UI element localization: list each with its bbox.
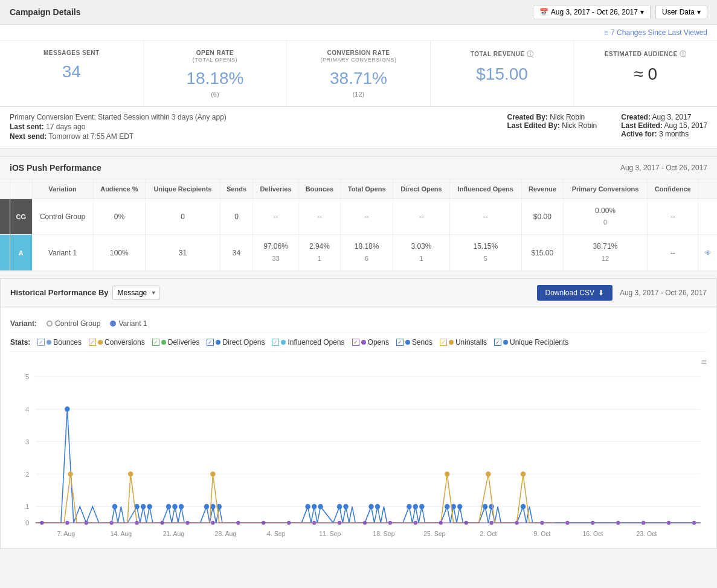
opens-checkbox[interactable]: [352, 339, 359, 346]
user-data-button[interactable]: User Data ▾: [655, 5, 707, 19]
svg-point-52: [211, 521, 214, 525]
bounces-label: Bounces: [53, 338, 82, 347]
chart-menu-icon[interactable]: ≡: [701, 357, 707, 367]
uninstalls-checkbox[interactable]: [440, 339, 447, 346]
stat-deliveries[interactable]: Deliveries: [152, 338, 200, 347]
stat-opens[interactable]: Opens: [352, 338, 389, 347]
date-picker-button[interactable]: 📅 Aug 3, 2017 - Oct 26, 2017 ▾: [533, 5, 651, 19]
svg-point-24: [312, 504, 317, 510]
sends-checkbox[interactable]: [396, 339, 404, 346]
sends-label: Sends: [412, 338, 432, 347]
svg-point-53: [236, 521, 240, 525]
conversion-rate-value: 38.71%: [297, 69, 420, 88]
svg-point-19: [179, 504, 184, 510]
svg-point-20: [204, 504, 209, 510]
stat-unique-recipients[interactable]: Unique Recipients: [494, 338, 568, 347]
svg-point-67: [591, 521, 594, 525]
changes-link[interactable]: ≡ 7 Changes Since Last Viewed: [604, 28, 707, 37]
conversions-label: Conversions: [104, 338, 145, 347]
th-indicator: [0, 179, 10, 199]
historical-performance-section: Historical Performance By Message Downlo…: [0, 278, 717, 549]
svg-point-60: [414, 521, 417, 525]
a-eye[interactable]: 👁: [698, 235, 717, 270]
a-influenced-opens: 15.15%5: [449, 235, 521, 270]
opens-color: [361, 340, 366, 345]
svg-text:5: 5: [25, 372, 29, 380]
cg-color-indicator: [0, 199, 10, 235]
stat-sends[interactable]: Sends: [396, 338, 432, 347]
svg-point-48: [110, 521, 114, 525]
a-deliveries: 97.06%33: [253, 235, 298, 270]
cg-unique-recipients: 0: [146, 199, 220, 235]
svg-point-42: [445, 471, 449, 477]
cg-revenue: $0.00: [522, 199, 564, 235]
th-variation: Variation: [32, 179, 93, 199]
message-select[interactable]: Message: [112, 286, 160, 300]
direct-opens-label: Direct Opens: [222, 338, 265, 347]
svg-point-31: [413, 504, 418, 510]
svg-point-37: [489, 504, 494, 510]
influenced-opens-color: [281, 340, 286, 345]
info-row: Primary Conversion Event: Started Sessio…: [0, 107, 717, 149]
svg-point-35: [457, 504, 462, 510]
a-confidence: --: [648, 235, 698, 270]
total-revenue-value: $15.00: [440, 65, 564, 84]
svg-text:4. Sep: 4. Sep: [267, 529, 285, 537]
chart-container: Variant: Control Group Variant 1 Stats: …: [0, 307, 717, 549]
svg-point-49: [135, 521, 138, 525]
direct-opens-checkbox[interactable]: [207, 339, 214, 346]
svg-point-13: [112, 504, 117, 510]
svg-point-41: [210, 471, 215, 477]
th-eye: [698, 179, 717, 199]
cg-primary-conversions: 0.00%0: [563, 199, 648, 235]
stat-conversions[interactable]: Conversions: [89, 338, 145, 347]
svg-point-71: [692, 521, 696, 525]
svg-point-36: [483, 504, 487, 510]
svg-point-66: [565, 521, 569, 525]
svg-text:28. Aug: 28. Aug: [215, 529, 237, 537]
svg-point-63: [489, 521, 493, 525]
variant-row: Variant: Control Group Variant 1: [10, 315, 707, 333]
stat-influenced-opens[interactable]: Influenced Opens: [272, 338, 344, 347]
user-data-label: User Data: [662, 8, 695, 16]
th-total-opens: Total Opens: [341, 179, 393, 199]
deliveries-checkbox[interactable]: [152, 339, 159, 346]
a-variation: Variant 1: [32, 235, 93, 270]
changes-bar: ≡ 7 Changes Since Last Viewed: [0, 25, 717, 41]
stats-row: MESSAGES SENT 34 OPEN RATE (TOTAL OPENS)…: [0, 41, 717, 107]
opens-label: Opens: [368, 338, 389, 347]
svg-point-50: [160, 521, 164, 525]
svg-text:9. Oct: 9. Oct: [534, 529, 551, 537]
svg-point-26: [337, 504, 342, 510]
svg-point-39: [68, 471, 72, 477]
cg-direct-opens: --: [393, 199, 449, 235]
stat-bounces[interactable]: Bounces: [37, 338, 82, 347]
message-select-wrapper[interactable]: Message: [112, 286, 160, 300]
th-influenced-opens: Influenced Opens: [449, 179, 521, 199]
a-bounces: 2.94%1: [298, 235, 340, 270]
unique-recipients-checkbox[interactable]: [494, 339, 501, 346]
top-bar-controls: 📅 Aug 3, 2017 - Oct 26, 2017 ▾ User Data…: [533, 5, 707, 19]
th-deliveries: Deliveries: [253, 179, 298, 199]
svg-text:11. Sep: 11. Sep: [319, 529, 341, 537]
primary-conversion-info: Primary Conversion Event: Started Sessio…: [10, 113, 227, 121]
download-csv-button[interactable]: Download CSV ⬇: [537, 285, 613, 301]
th-bounces: Bounces: [298, 179, 340, 199]
svg-point-38: [521, 504, 526, 510]
cg-variation: Control Group: [32, 199, 93, 235]
bounces-checkbox[interactable]: [37, 339, 45, 346]
cg-total-opens: --: [341, 199, 393, 235]
a-label: A: [10, 235, 33, 270]
cg-eye: [698, 199, 717, 235]
svg-text:18. Sep: 18. Sep: [373, 529, 394, 537]
messages-sent-label: MESSAGES SENT: [10, 50, 133, 56]
influenced-opens-checkbox[interactable]: [272, 339, 279, 346]
total-revenue-cell: TOTAL REVENUE ⓘ $15.00: [431, 41, 574, 106]
ios-push-date: Aug 3, 2017 - Oct 26, 2017: [620, 164, 707, 172]
svg-point-27: [343, 504, 348, 510]
stat-uninstalls[interactable]: Uninstalls: [440, 338, 487, 347]
deliveries-label: Deliveries: [168, 338, 200, 347]
open-rate-cell: OPEN RATE (TOTAL OPENS) 18.18% (6): [144, 41, 288, 106]
conversions-checkbox[interactable]: [89, 339, 96, 346]
stat-direct-opens[interactable]: Direct Opens: [207, 338, 265, 347]
